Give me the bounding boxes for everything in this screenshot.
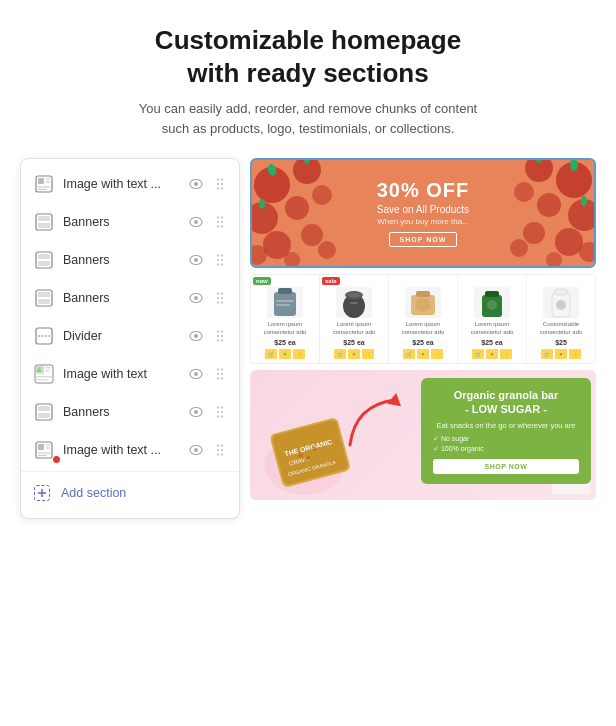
- svg-point-115: [525, 160, 553, 182]
- product-card-3[interactable]: Lorem ipsum consectetur ado $25 ea 🛒 ♥ ⚡: [389, 275, 458, 363]
- sidebar-item-divider[interactable]: Divider: [21, 317, 239, 355]
- product-action-btn-2b[interactable]: ♥: [348, 349, 360, 359]
- svg-point-117: [568, 199, 594, 231]
- product-price-4: $25 ea: [481, 339, 502, 346]
- svg-point-46: [221, 301, 223, 303]
- svg-point-45: [217, 301, 219, 303]
- shop-now-button-1[interactable]: SHOP NOW: [389, 232, 458, 247]
- notification-dot: [53, 456, 60, 463]
- product-price-1: $25 ea: [274, 339, 295, 346]
- drag-dots-2[interactable]: [211, 213, 229, 231]
- svg-point-107: [312, 185, 332, 205]
- sidebar-item-banners-2[interactable]: Banners: [21, 241, 239, 279]
- svg-rect-1: [38, 178, 44, 184]
- divider-icon: [33, 325, 55, 347]
- svg-point-55: [217, 339, 219, 341]
- eye-icon-1[interactable]: [187, 175, 205, 193]
- drag-dots-1[interactable]: [211, 175, 229, 193]
- add-section-row[interactable]: Add section: [21, 474, 239, 512]
- svg-point-52: [221, 330, 223, 332]
- product-img-2: [336, 287, 372, 318]
- drag-dots-3[interactable]: [211, 251, 229, 269]
- svg-point-54: [221, 335, 223, 337]
- product-action-btn-3b[interactable]: ♥: [417, 349, 429, 359]
- banner-orange: 30% OFF Save on All Products When you bu…: [250, 158, 596, 268]
- svg-point-105: [259, 199, 265, 209]
- shop-now-button-2[interactable]: SHOP NOW: [433, 459, 579, 474]
- sidebar-item-image-with-text-3[interactable]: Image with text ...: [21, 431, 239, 469]
- sidebar-item-image-with-text-1[interactable]: Image with text ...: [21, 165, 239, 203]
- eye-icon-6[interactable]: [187, 365, 205, 383]
- sidebar-item-banners-3[interactable]: Banners: [21, 279, 239, 317]
- svg-rect-26: [38, 254, 50, 259]
- product-img-1: [267, 287, 303, 318]
- svg-point-10: [217, 183, 219, 185]
- svg-point-12: [217, 187, 219, 189]
- eye-icon-2[interactable]: [187, 213, 205, 231]
- eye-icon-5[interactable]: [187, 327, 205, 345]
- product-name-4: Lorem ipsum consectetur ado: [460, 321, 524, 337]
- svg-point-122: [523, 222, 545, 244]
- banners-icon-1: [33, 211, 55, 233]
- svg-rect-74: [38, 413, 50, 418]
- page-title: Customizable homepage with ready section…: [20, 24, 596, 89]
- sidebar-label-image-with-text-2: Image with text: [63, 367, 187, 381]
- product-action-btn-4a[interactable]: 🛒: [472, 349, 484, 359]
- product-card-2[interactable]: sale Lorem ipsum consectetur ado $25 ea …: [320, 275, 389, 363]
- product-action-btn-4c[interactable]: ⚡: [500, 349, 512, 359]
- sidebar-item-banners-4[interactable]: Banners: [21, 393, 239, 431]
- svg-point-33: [221, 259, 223, 261]
- svg-point-91: [217, 444, 219, 446]
- product-action-btn-5c[interactable]: ⚡: [569, 349, 581, 359]
- product-badge-1: new: [253, 277, 271, 285]
- eye-icon-4[interactable]: [187, 289, 205, 307]
- add-section-icon: [31, 482, 53, 504]
- sidebar-label-image-with-text-1: Image with text ...: [63, 177, 187, 191]
- svg-rect-60: [45, 367, 51, 369]
- drag-dots-7[interactable]: [211, 403, 229, 421]
- svg-point-92: [221, 444, 223, 446]
- product-card-4[interactable]: Lorem ipsum consectetur ado $25 ea 🛒 ♥ ⚡: [458, 275, 527, 363]
- product-action-btn-3a[interactable]: 🛒: [403, 349, 415, 359]
- svg-point-132: [347, 292, 361, 297]
- svg-point-106: [285, 196, 309, 220]
- product-action-btn-5a[interactable]: 🛒: [541, 349, 553, 359]
- product-action-btn-1b[interactable]: ♥: [279, 349, 291, 359]
- discount-text: 30% OFF: [377, 179, 470, 202]
- drag-dots-4[interactable]: [211, 289, 229, 307]
- sidebar-item-banners-1[interactable]: Banners: [21, 203, 239, 241]
- svg-point-96: [221, 453, 223, 455]
- banners-icon-3: [33, 287, 55, 309]
- product-action-btn-2a[interactable]: 🛒: [334, 349, 346, 359]
- product-name-1: Lorem ipsum consectetur ado: [253, 321, 317, 337]
- svg-rect-62: [36, 376, 52, 378]
- sidebar-item-image-with-text-2[interactable]: Image with text: [21, 355, 239, 393]
- eye-icon-8[interactable]: [187, 441, 205, 459]
- drag-dots-5[interactable]: [211, 327, 229, 345]
- product-action-btn-4b[interactable]: ♥: [486, 349, 498, 359]
- product-action-btn-1a[interactable]: 🛒: [265, 349, 277, 359]
- banners-icon-4: [33, 401, 55, 423]
- product-card-5[interactable]: Customizable consectetur ado $25 🛒 ♥ ⚡: [527, 275, 595, 363]
- product-action-btn-5b[interactable]: ♥: [555, 349, 567, 359]
- product-action-btn-1c[interactable]: ⚡: [293, 349, 305, 359]
- product-action-btn-2c[interactable]: ⚡: [362, 349, 374, 359]
- svg-point-77: [217, 406, 219, 408]
- drag-dots-8[interactable]: [211, 441, 229, 459]
- image-text-icon-3: [33, 439, 55, 461]
- svg-point-32: [217, 259, 219, 261]
- svg-point-51: [217, 330, 219, 332]
- eye-icon-7[interactable]: [187, 403, 205, 421]
- svg-point-21: [217, 221, 219, 223]
- svg-point-76: [194, 410, 198, 414]
- image-text-icon: [33, 173, 55, 195]
- product-action-btn-3c[interactable]: ⚡: [431, 349, 443, 359]
- svg-rect-73: [38, 406, 50, 411]
- product-actions-2: 🛒 ♥ ⚡: [334, 349, 374, 359]
- eye-icon-3[interactable]: [187, 251, 205, 269]
- drag-dots-6[interactable]: [211, 365, 229, 383]
- granola-feature-1: ✓ No sugar: [433, 435, 579, 443]
- sidebar-label-banners-4: Banners: [63, 405, 187, 419]
- product-name-3: Lorem ipsum consectetur ado: [391, 321, 455, 337]
- product-card-1[interactable]: new Lorem ipsum consectetur ado $25 ea 🛒: [251, 275, 320, 363]
